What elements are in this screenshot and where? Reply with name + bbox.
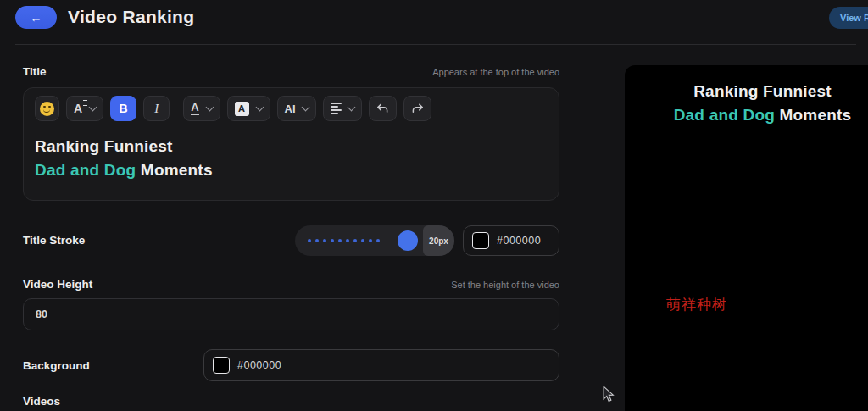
video-preview-panel: Ranking Funniest Dad and Dog Moments 萌祥种… <box>625 65 868 411</box>
video-height-input[interactable] <box>23 298 559 330</box>
title-line-2-rest: Moments <box>136 161 212 179</box>
chevron-down-icon <box>255 103 264 112</box>
title-field-row: Title Appears at the top of the video <box>23 65 559 78</box>
back-button[interactable]: ← <box>15 6 57 29</box>
text-color-button[interactable]: A <box>183 96 220 121</box>
redo-icon <box>411 103 424 114</box>
title-line-1: Ranking Funniest <box>35 135 547 158</box>
italic-button[interactable]: I <box>143 96 170 121</box>
header: ← Video Ranking View R <box>0 0 868 44</box>
back-arrow-icon: ← <box>31 11 42 25</box>
mouse-cursor-icon <box>602 386 615 403</box>
color-swatch <box>213 357 230 374</box>
font-size-icon: A <box>74 102 82 115</box>
preview-title-line-2-rest: Moments <box>775 106 851 124</box>
ai-button[interactable]: AI <box>277 96 316 121</box>
bold-icon: B <box>120 102 128 115</box>
color-swatch <box>472 232 489 249</box>
align-button[interactable] <box>323 96 362 121</box>
align-left-icon <box>331 103 342 114</box>
highlight-color-icon: A <box>235 102 249 116</box>
title-editor-content[interactable]: Ranking Funniest Dad and Dog Moments <box>24 121 559 182</box>
undo-button[interactable] <box>369 96 397 121</box>
preview-watermark-text: 萌祥种树 <box>666 295 727 314</box>
editor-toolbar: A B I A A AI <box>24 88 559 121</box>
bold-button[interactable]: B <box>110 96 136 121</box>
page-title: Video Ranking <box>68 7 194 27</box>
slider-handle[interactable] <box>398 230 418 251</box>
emoji-button[interactable] <box>35 96 59 121</box>
preview-title-line-1: Ranking Funniest <box>625 80 868 103</box>
slider-value-badge: 20px <box>423 225 454 256</box>
color-hex-value: #000000 <box>237 359 281 371</box>
undo-icon <box>376 103 389 114</box>
title-editor: A B I A A AI <box>23 87 559 201</box>
slider-track-dots <box>308 239 380 242</box>
chevron-down-icon <box>347 103 355 112</box>
preview-title-line-2-accent: Dad and Dog <box>674 106 775 124</box>
title-line-2-accent: Dad and Dog <box>35 161 136 179</box>
italic-icon: I <box>154 102 159 116</box>
background-label: Background <box>23 359 90 372</box>
color-hex-value: #000000 <box>497 235 541 247</box>
video-height-hint: Set the height of the video <box>451 280 559 290</box>
video-height-row: Video Height Set the height of the video <box>23 278 559 291</box>
ai-icon: AI <box>285 103 296 115</box>
background-color-input[interactable]: #000000 <box>203 349 559 381</box>
chevron-down-icon <box>301 103 309 112</box>
emoji-smiley-icon <box>40 102 54 116</box>
text-color-icon: A <box>191 102 198 115</box>
font-size-button[interactable]: A <box>66 96 103 121</box>
header-divider <box>15 44 856 45</box>
view-render-label: View R <box>840 13 868 23</box>
chevron-down-icon <box>89 103 97 112</box>
preview-title: Ranking Funniest Dad and Dog Moments <box>625 80 868 127</box>
chevron-down-icon <box>205 103 214 112</box>
title-stroke-label: Title Stroke <box>23 234 85 247</box>
title-line-2: Dad and Dog Moments <box>35 158 547 182</box>
video-height-label: Video Height <box>23 278 92 291</box>
title-stroke-color-input[interactable]: #000000 <box>463 225 559 256</box>
title-stroke-slider[interactable]: 20px <box>295 225 454 256</box>
title-hint: Appears at the top of the video <box>432 67 559 77</box>
preview-title-line-2: Dad and Dog Moments <box>625 103 868 127</box>
redo-button[interactable] <box>403 96 431 121</box>
title-label: Title <box>23 65 47 78</box>
highlight-color-button[interactable]: A <box>227 96 270 121</box>
view-render-button[interactable]: View R <box>829 7 868 29</box>
videos-section-label: Videos <box>23 395 60 408</box>
